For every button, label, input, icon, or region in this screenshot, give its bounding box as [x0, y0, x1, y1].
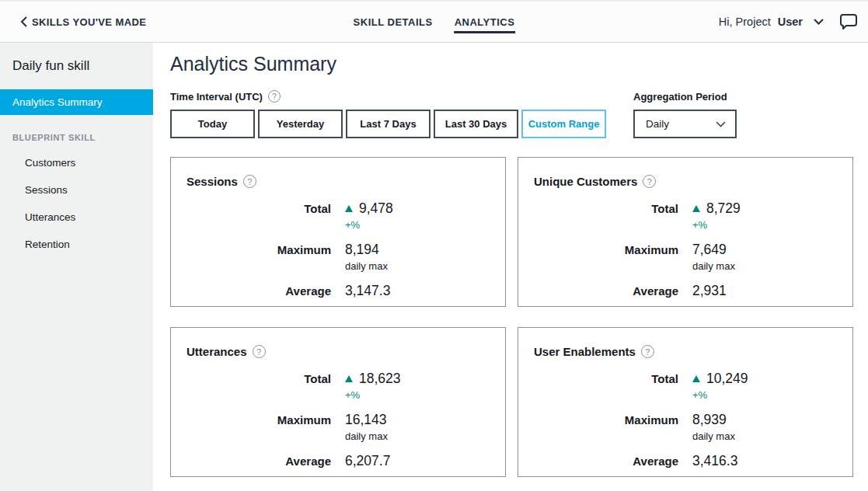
maximum-note: daily max — [345, 260, 388, 272]
delta-up-icon — [692, 375, 700, 382]
card-title: Utterances — [186, 345, 247, 358]
maximum-value: 8,939 — [692, 412, 727, 428]
chevron-left-icon — [20, 16, 27, 27]
sidebar-item-sessions[interactable]: Sessions — [0, 176, 153, 204]
feedback-chat-icon[interactable] — [839, 13, 858, 31]
time-interval-label: Time Interval (UTC) — [170, 91, 263, 103]
aggregation-period-group: Aggregation Period Daily — [633, 90, 737, 138]
back-link-label: SKILLS YOU'VE MADE — [32, 16, 146, 28]
sessions-card: Sessions ? Total 9,478 +% Maximum 8,194 … — [170, 157, 506, 307]
total-delta: +% — [692, 219, 741, 231]
maximum-note: daily max — [692, 260, 735, 272]
aggregation-period-select[interactable]: Daily — [633, 110, 737, 138]
maximum-label: Maximum — [518, 242, 678, 272]
back-to-skills-link[interactable]: SKILLS YOU'VE MADE — [20, 16, 146, 28]
time-interval-label-row: Time Interval (UTC) ? — [170, 90, 606, 103]
average-label: Average — [518, 283, 678, 299]
time-interval-today-button[interactable]: Today — [170, 110, 255, 138]
maximum-value: 16,143 — [345, 412, 387, 428]
maximum-label: Maximum — [518, 412, 678, 442]
maximum-value: 7,649 — [692, 242, 727, 258]
maximum-label: Maximum — [171, 412, 331, 442]
maximum-note: daily max — [345, 430, 388, 442]
total-delta: +% — [692, 389, 748, 401]
delta-up-icon — [345, 375, 353, 382]
total-value: 9,478 — [359, 200, 393, 217]
aggregation-period-label: Aggregation Period — [633, 90, 737, 103]
average-label: Average — [171, 283, 331, 299]
average-value: 6,207.7 — [345, 453, 390, 469]
time-interval-custom-range-button[interactable]: Custom Range — [521, 110, 606, 138]
utterances-help-icon[interactable]: ? — [253, 345, 266, 358]
time-interval-help-icon[interactable]: ? — [268, 90, 281, 103]
average-value: 3,147.3 — [345, 283, 390, 299]
tab-skill-details[interactable]: SKILL DETAILS — [353, 11, 434, 33]
time-interval-yesterday-button[interactable]: Yesterday — [258, 110, 343, 138]
sidebar: Daily fun skill Analytics Summary BLUEPR… — [0, 43, 153, 491]
top-nav-bar: SKILLS YOU'VE MADE SKILL DETAILS ANALYTI… — [0, 0, 868, 43]
average-value: 2,931 — [692, 283, 727, 299]
sidebar-section-header: BLUEPRINT SKILL — [12, 133, 141, 142]
card-title: Sessions — [186, 175, 238, 188]
total-label: Total — [171, 371, 331, 401]
metric-cards-grid: Sessions ? Total 9,478 +% Maximum 8,194 … — [170, 157, 868, 477]
sidebar-item-customers[interactable]: Customers — [0, 149, 153, 176]
total-label: Total — [518, 200, 678, 231]
unique-customers-help-icon[interactable]: ? — [643, 175, 656, 188]
time-interval-group: Time Interval (UTC) ? Today Yesterday La… — [170, 90, 606, 138]
greeting-text: Hi, Project — [719, 16, 771, 28]
delta-up-icon — [692, 205, 700, 212]
card-title: Unique Customers — [534, 175, 637, 188]
time-interval-buttons: Today Yesterday Last 7 Days Last 30 Days… — [170, 110, 606, 138]
chevron-down-icon — [716, 121, 726, 127]
total-delta: +% — [345, 389, 401, 401]
user-name: User — [778, 16, 803, 28]
total-delta: +% — [345, 219, 393, 231]
time-interval-last-30-days-button[interactable]: Last 30 Days — [434, 110, 518, 138]
sessions-help-icon[interactable]: ? — [243, 175, 256, 188]
sidebar-nav: Customers Sessions Utterances Retention — [0, 149, 153, 258]
tab-analytics[interactable]: ANALYTICS — [454, 11, 516, 33]
total-label: Total — [518, 371, 678, 401]
user-enablements-help-icon[interactable]: ? — [641, 345, 654, 358]
average-value: 3,416.3 — [692, 453, 737, 469]
average-label: Average — [171, 453, 331, 469]
time-interval-last-7-days-button[interactable]: Last 7 Days — [346, 110, 431, 138]
total-value: 10,249 — [706, 371, 748, 387]
main-content: Analytics Summary Time Interval (UTC) ? … — [153, 43, 868, 491]
user-enablements-card: User Enablements ? Total 10,249 +% Maxim… — [518, 327, 853, 477]
chevron-down-icon — [814, 19, 824, 25]
total-value: 8,729 — [706, 200, 741, 217]
skill-name: Daily fun skill — [0, 43, 153, 74]
aggregation-period-value: Daily — [646, 118, 669, 130]
user-menu[interactable]: Hi, Project User — [719, 13, 858, 31]
average-label: Average — [518, 453, 678, 469]
top-tabs: SKILL DETAILS ANALYTICS — [353, 2, 516, 42]
total-value: 18,623 — [359, 371, 401, 387]
maximum-value: 8,194 — [345, 242, 379, 258]
maximum-label: Maximum — [171, 242, 331, 272]
sidebar-item-retention[interactable]: Retention — [0, 231, 153, 258]
sidebar-item-utterances[interactable]: Utterances — [0, 204, 153, 231]
total-label: Total — [171, 200, 331, 231]
unique-customers-card: Unique Customers ? Total 8,729 +% Maximu… — [518, 157, 853, 307]
sidebar-item-analytics-summary[interactable]: Analytics Summary — [0, 89, 153, 115]
card-title: User Enablements — [534, 345, 636, 358]
page-title: Analytics Summary — [170, 53, 868, 75]
controls-row: Time Interval (UTC) ? Today Yesterday La… — [170, 90, 868, 138]
maximum-note: daily max — [692, 430, 735, 442]
utterances-card: Utterances ? Total 18,623 +% Maximum 16,… — [170, 327, 506, 477]
delta-up-icon — [345, 205, 353, 212]
